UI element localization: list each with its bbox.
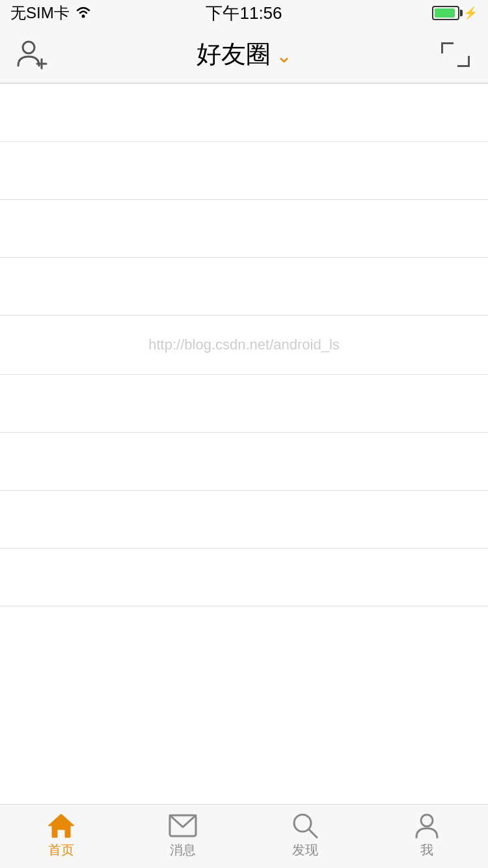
divider-9 bbox=[0, 606, 488, 606]
watermark-section: http://blog.csdn.net/android_ls bbox=[0, 316, 488, 374]
list-item bbox=[0, 258, 488, 315]
battery-icon bbox=[432, 6, 459, 20]
tab-me[interactable]: 我 bbox=[366, 813, 489, 859]
tab-home[interactable]: 首页 bbox=[0, 813, 122, 859]
chevron-down-icon: ⌄ bbox=[276, 44, 292, 67]
list-item bbox=[0, 84, 488, 141]
status-time: 下午11:56 bbox=[206, 2, 282, 25]
status-carrier-wifi: 无SIM卡 bbox=[10, 3, 92, 23]
carrier-text: 无SIM卡 bbox=[10, 3, 70, 23]
svg-point-8 bbox=[421, 815, 433, 826]
watermark-text: http://blog.csdn.net/android_ls bbox=[148, 336, 340, 353]
svg-point-0 bbox=[81, 15, 85, 18]
list-item bbox=[0, 491, 488, 548]
tab-me-label: 我 bbox=[420, 841, 433, 859]
mail-icon bbox=[167, 813, 198, 839]
person-icon bbox=[411, 813, 442, 839]
nav-title: 好友圈 bbox=[197, 38, 271, 71]
expand-button[interactable] bbox=[439, 40, 472, 69]
nav-bar: 好友圈 ⌄ bbox=[0, 26, 488, 83]
home-icon bbox=[46, 813, 77, 839]
status-bar: 无SIM卡 下午11:56 ⚡ bbox=[0, 0, 488, 26]
tab-discover[interactable]: 发现 bbox=[244, 813, 366, 859]
content-area: http://blog.csdn.net/android_ls bbox=[0, 83, 488, 804]
add-friend-button[interactable] bbox=[16, 38, 49, 72]
svg-line-7 bbox=[309, 830, 317, 837]
list-item bbox=[0, 200, 488, 257]
status-battery: ⚡ bbox=[432, 6, 478, 20]
search-icon bbox=[290, 813, 321, 839]
list-item bbox=[0, 433, 488, 490]
tab-messages[interactable]: 消息 bbox=[122, 813, 245, 859]
wifi-icon bbox=[75, 4, 92, 22]
expand-icon bbox=[441, 42, 470, 67]
svg-marker-4 bbox=[48, 814, 74, 837]
nav-title-section[interactable]: 好友圈 ⌄ bbox=[197, 38, 292, 71]
svg-point-1 bbox=[23, 42, 34, 53]
list-item bbox=[0, 375, 488, 432]
tab-discover-label: 发现 bbox=[292, 841, 318, 859]
tab-bar: 首页 消息 发现 我 bbox=[0, 804, 488, 868]
list-item bbox=[0, 142, 488, 199]
charging-icon: ⚡ bbox=[463, 6, 478, 20]
tab-messages-label: 消息 bbox=[170, 841, 196, 859]
list-item bbox=[0, 549, 488, 606]
tab-home-label: 首页 bbox=[48, 841, 74, 859]
